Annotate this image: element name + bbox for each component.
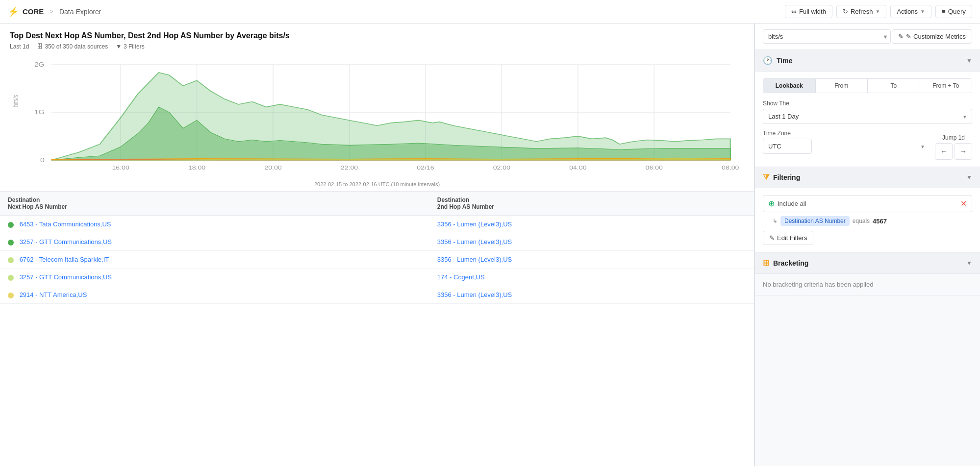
col1-link[interactable]: 3257 - GTT Communications,US [20,273,112,281]
col2-link[interactable]: 3356 - Lumen (Level3),US [437,291,512,298]
time-section-body: Lookback From To From + To Show The Last… [755,72,980,167]
svg-text:08:00: 08:00 [722,165,739,171]
page-title: Data Explorer [59,8,101,16]
col1-link[interactable]: 3257 - GTT Communications,US [20,238,112,245]
svg-text:02:00: 02:00 [493,165,510,171]
show-the-select[interactable]: Last 1 Day [763,109,972,124]
dot-icon [8,240,14,245]
tab-to[interactable]: To [868,79,920,93]
svg-text:02/16: 02/16 [417,165,434,171]
full-width-button[interactable]: ⇔ Full width [785,5,832,18]
time-section-header[interactable]: 🕐 Time ▼ [755,50,980,72]
tz-caret-icon: ▼ [920,144,925,149]
data-table: Destination Next Hop AS Number Destinati… [0,191,754,304]
filtering-section-header[interactable]: ⧩ Filtering ▼ [755,167,980,188]
metrics-select[interactable]: bits/s [763,29,891,44]
dot-icon [8,257,14,263]
actions-button[interactable]: Actions ▼ [890,5,931,18]
table-cell-col1: 6762 - Telecom Italia Sparkle,IT [0,251,429,269]
brand-label: CORE [23,7,44,16]
col1-header: Destination Next Hop AS Number [0,192,429,216]
nav-separator: > [50,8,53,15]
svg-text:04:00: 04:00 [569,165,586,171]
filter-value: 4567 [873,218,887,225]
tab-from-to[interactable]: From + To [920,79,972,93]
col1-header-line1: Destination [8,196,422,203]
col2-link[interactable]: 174 - Cogent,US [437,273,485,281]
chart-meta: Last 1d 🗄 350 of 350 data sources ▼ 3 Fi… [10,43,744,50]
customize-label: ✎ Customize Metrics [906,33,966,40]
tab-lookback[interactable]: Lookback [763,79,816,93]
show-the-field: Show The Last 1 Day ▼ [763,100,972,124]
filter-sub-row: ↳ Destination AS Number equals 4567 [763,216,972,226]
table-cell-col2: 3356 - Lumen (Level3),US [429,233,754,251]
filter-equals: equals [853,218,870,224]
filter-funnel-icon: ⧩ [763,173,769,182]
top-nav: ⚡ CORE > Data Explorer ⇔ Full width ↻ Re… [0,0,980,24]
time-tabs: Lookback From To From + To [763,78,972,93]
col1-link[interactable]: 6762 - Telecom Italia Sparkle,IT [20,256,109,263]
col2-link[interactable]: 3356 - Lumen (Level3),US [437,238,512,245]
col2-link[interactable]: 3356 - Lumen (Level3),US [437,221,512,228]
tab-from[interactable]: From [816,79,868,93]
pencil-icon: ✎ [898,33,904,40]
sources-icon: 🗄 [37,43,43,50]
filter-tag[interactable]: Destination AS Number [780,216,850,226]
left-panel: Top Dest Next Hop AS Number, Dest 2nd Ho… [0,24,754,466]
actions-caret: ▼ [920,9,925,14]
svg-text:bits/s: bits/s [12,95,20,107]
timezone-label: Time Zone [763,130,929,137]
col2-header-line1: Destination [437,196,746,203]
chart-caption: 2022-02-15 to 2022-02-16 UTC (10 minute … [0,181,754,191]
customize-metrics-button[interactable]: ✎ ✎ Customize Metrics [892,29,972,44]
table-row: 3257 - GTT Communications,US 3356 - Lume… [0,233,754,251]
col1-link[interactable]: 2914 - NTT America,US [20,291,87,298]
time-icon: 🕐 [763,56,773,65]
bracketing-chevron-icon: ▼ [966,260,972,267]
filtering-body: ⊕ Include all ✕ ↳ Destination AS Number … [755,188,980,252]
jump-back-button[interactable]: ← [935,143,953,160]
table-cell-col1: 3257 - GTT Communications,US [0,233,429,251]
table-row: 6762 - Telecom Italia Sparkle,IT 3356 - … [0,251,754,269]
jump-controls: ← → [935,143,972,160]
bracketing-section-header[interactable]: ⊞ Bracketing ▼ [755,252,980,274]
table-cell-col2: 174 - Cogent,US [429,269,754,286]
logo-icon: ⚡ [8,6,19,17]
actions-label: Actions [897,8,918,15]
chart-svg: 2G 1G 0 bits/s 16:00 18:00 20:00 22:00 [10,54,744,181]
refresh-button[interactable]: ↻ Refresh ▼ [836,5,886,18]
query-button[interactable]: ≡ Query [935,5,972,18]
edit-filters-button[interactable]: ✎ Edit Filters [763,231,813,245]
svg-text:0: 0 [40,157,45,164]
time-section-title: 🕐 Time [763,56,792,65]
svg-text:18:00: 18:00 [188,165,205,171]
col1-link[interactable]: 6453 - Tata Communications,US [20,221,111,228]
time-chevron-icon: ▼ [966,57,972,64]
table-row: 2914 - NTT America,US 3356 - Lumen (Leve… [0,286,754,304]
chart-header: Top Dest Next Hop AS Number, Dest 2nd Ho… [0,24,754,54]
table-cell-col1: 2914 - NTT America,US [0,286,429,304]
bracketing-empty: No bracketing criteria has been applied [763,281,873,288]
table-row: 3257 - GTT Communications,US 174 - Cogen… [0,269,754,286]
include-all-row: ⊕ Include all ✕ [763,195,972,212]
bracketing-title-label: Bracketing [773,259,808,267]
table-cell-col1: 6453 - Tata Communications,US [0,216,429,233]
svg-text:22:00: 22:00 [341,165,358,171]
filter-icon: ▼ [116,43,122,50]
edit-filters-icon: ✎ [769,234,775,242]
svg-text:1G: 1G [34,109,45,116]
plus-circle-icon: ⊕ [768,199,775,208]
timezone-select[interactable]: UTC [763,139,812,154]
chart-title: Top Dest Next Hop AS Number, Dest 2nd Ho… [10,31,744,40]
dot-icon [8,293,14,298]
jump-forward-button[interactable]: → [955,143,972,160]
filters-label: 3 Filters [124,43,145,50]
nav-right: ⇔ Full width ↻ Refresh ▼ Actions ▼ ≡ Que… [785,5,972,18]
col2-link[interactable]: 3356 - Lumen (Level3),US [437,256,512,263]
meta-filters: ▼ 3 Filters [116,43,145,50]
chart-container: 2G 1G 0 bits/s 16:00 18:00 20:00 22:00 [0,54,754,181]
refresh-icon: ↻ [843,8,848,15]
close-filter-icon[interactable]: ✕ [960,199,967,208]
table-cell-col1: 3257 - GTT Communications,US [0,269,429,286]
include-all-left: ⊕ Include all [768,199,806,208]
